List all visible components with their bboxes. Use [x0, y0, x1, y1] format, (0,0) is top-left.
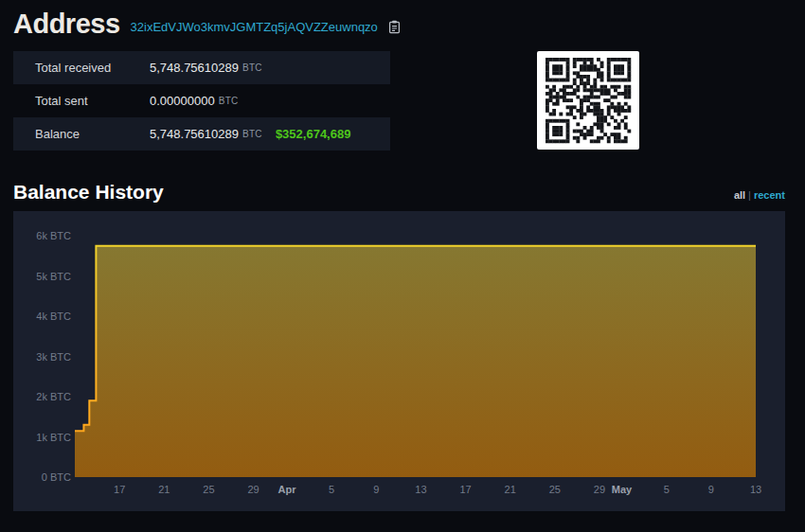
stat-label: Total received — [35, 61, 150, 75]
x-axis-tick-label: 21 — [505, 484, 516, 495]
y-axis-tick-label: 1k BTC — [36, 432, 71, 443]
y-axis-tick-label: 0 BTC — [42, 471, 71, 483]
x-axis-tick-label: 17 — [459, 484, 471, 495]
address-page: Address 32ixEdVJWo3kmvJGMTZq5jAQVZZeuwnq… — [0, 0, 805, 511]
x-axis-tick-label: 17 — [114, 484, 125, 495]
range-link-recent[interactable]: recent — [754, 189, 785, 201]
clipboard-copy-icon — [388, 23, 401, 37]
range-link-all[interactable]: all — [734, 189, 745, 201]
qr-zone — [390, 51, 785, 151]
chart-panel: 0 BTC1k BTC2k BTC3k BTC4k BTC5k BTC6k BT… — [13, 211, 785, 511]
table-row-total-received: Total received 5,748.75610289 BTC — [13, 51, 390, 84]
address-summary: Total received 5,748.75610289 BTC Total … — [13, 51, 785, 151]
page-title: Address — [13, 9, 120, 40]
x-axis-tick-label: 25 — [549, 484, 561, 495]
stat-value: 5,748.75610289 — [150, 127, 239, 141]
stat-unit: BTC — [242, 129, 262, 139]
x-axis-tick-label: May — [612, 484, 633, 495]
balance-history-chart: 0 BTC1k BTC2k BTC3k BTC4k BTC5k BTC6k BT… — [13, 211, 785, 511]
x-axis-tick-label: 9 — [373, 484, 379, 495]
y-axis-tick-label: 6k BTC — [36, 230, 71, 241]
copy-address-button[interactable] — [388, 20, 401, 34]
stat-unit: BTC — [242, 62, 262, 73]
x-axis-tick-label: 13 — [750, 484, 761, 495]
table-row-balance: Balance 5,748.75610289 BTC $352,674,689 — [13, 117, 390, 151]
stat-label: Balance — [35, 127, 150, 141]
y-axis-tick-label: 4k BTC — [36, 310, 71, 322]
section-title: Balance History — [13, 181, 164, 204]
y-axis-tick-label: 5k BTC — [36, 271, 71, 282]
x-axis-tick-label: 5 — [329, 484, 334, 495]
x-axis-tick-label: 21 — [158, 484, 170, 495]
stat-value: 5,748.75610289 — [150, 61, 239, 75]
x-axis-tick-label: Apr — [277, 484, 296, 495]
balance-area-series — [75, 246, 756, 477]
y-axis-tick-label: 3k BTC — [36, 351, 71, 363]
balance-usd-value: $352,674,689 — [276, 127, 351, 141]
qr-code — [537, 51, 639, 150]
stat-value: 0.00000000 — [150, 94, 215, 108]
address-hash-link[interactable]: 32ixEdVJWo3kmvJGMTZq5jAQVZZeuwnqzo — [131, 20, 378, 34]
x-axis-tick-label: 9 — [708, 484, 714, 495]
x-axis-tick-label: 5 — [664, 484, 670, 495]
x-axis-tick-label: 13 — [415, 484, 426, 495]
range-links: all|recent — [734, 189, 785, 204]
x-axis-tick-label: 29 — [247, 484, 259, 495]
y-axis-tick-label: 2k BTC — [36, 391, 71, 402]
stat-unit: BTC — [219, 96, 239, 106]
balance-history-header: Balance History all|recent — [13, 181, 785, 204]
x-axis-tick-label: 25 — [203, 484, 214, 495]
stat-label: Total sent — [35, 94, 150, 108]
range-link-separator: | — [748, 189, 751, 201]
x-axis-tick-label: 29 — [594, 484, 605, 495]
table-row-total-sent: Total sent 0.00000000 BTC — [13, 84, 390, 117]
stats-table: Total received 5,748.75610289 BTC Total … — [13, 51, 390, 151]
page-header: Address 32ixEdVJWo3kmvJGMTZq5jAQVZZeuwnq… — [13, 0, 792, 43]
